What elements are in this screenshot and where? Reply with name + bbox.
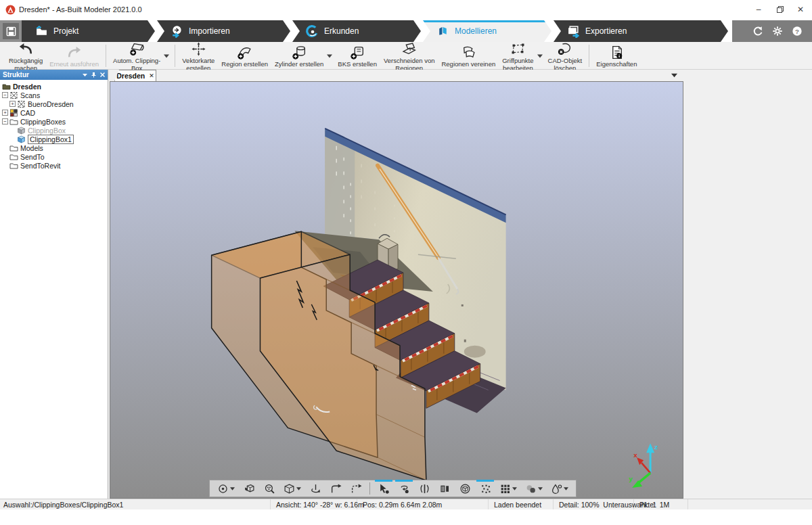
tree-item-clippingbox1[interactable]: ClippingBox1 — [0, 135, 108, 143]
caret-down-icon — [164, 54, 169, 58]
ribbon-tab-erkunden[interactable]: Erkunden — [292, 20, 421, 42]
properties-icon — [609, 45, 625, 60]
folder-icon — [9, 162, 18, 170]
ribbon-tab-projekt[interactable]: Projekt — [22, 20, 155, 42]
selection-status: Auswahl:/ClippingBoxes/ClippingBox1 — [0, 499, 271, 509]
auto-clipping-box-button[interactable]: Autom. Clipping- Box — [110, 40, 164, 72]
redo-icon — [66, 45, 82, 60]
asbuilt-logo-icon — [5, 5, 16, 15]
viewport-3d[interactable]: z x y — [110, 81, 683, 499]
create-ucs-button[interactable]: BKS erstellen — [334, 43, 380, 68]
camera-view-icon — [244, 483, 255, 495]
undo-button[interactable]: Rückgängig machen — [5, 40, 46, 72]
toolbar-separator — [175, 45, 175, 67]
delete-cad-button[interactable]: CAD-Objekt löschen — [545, 40, 586, 72]
redo-button[interactable]: Erneut ausführen — [46, 43, 102, 68]
sync-button[interactable] — [752, 26, 763, 37]
tree-expander[interactable]: − — [2, 118, 8, 124]
pan-button[interactable] — [325, 480, 346, 497]
maximize-button[interactable] — [769, 0, 792, 19]
axis-z-label: z — [654, 443, 658, 451]
ribbon-tab-importieren[interactable]: Importieren — [157, 20, 290, 42]
pan-step-button[interactable] — [346, 480, 366, 497]
save-button[interactable] — [3, 23, 19, 39]
panel-pin-button[interactable] — [88, 72, 97, 78]
tree-item-label: ClippingBoxes — [20, 118, 66, 126]
quick-access-zone — [0, 20, 22, 42]
caret-down-icon — [327, 54, 332, 58]
create-cylinder-button[interactable]: Zylinder erstellen — [271, 43, 327, 68]
orbit-select-button[interactable] — [394, 480, 414, 497]
properties-button[interactable]: Eigenschaften — [593, 43, 640, 68]
tree-expander[interactable]: + — [2, 110, 8, 116]
auto-clipping-box-button-dropdown[interactable] — [164, 54, 171, 58]
help-icon: ? — [792, 26, 803, 37]
tab-overflow-chevron-down-icon[interactable] — [671, 73, 677, 78]
edit-grips-button[interactable]: Griffpunkte bearbeiten — [499, 40, 537, 72]
create-region-button[interactable]: Region erstellen — [218, 43, 271, 68]
clip-plane-button[interactable] — [414, 480, 434, 497]
export-icon — [567, 25, 580, 38]
close-button[interactable]: ✕ — [789, 0, 812, 19]
select-points-button[interactable] — [374, 480, 394, 497]
camera-view-button[interactable] — [239, 480, 259, 497]
toolbar-button-label: Zylinder erstellen — [275, 61, 323, 68]
grid-display-icon — [499, 483, 511, 495]
toolbar-button-label: Regionen vereinen — [441, 61, 495, 68]
structure-tree: Dresden−Scans+BueroDresden+CAD−ClippingB… — [0, 80, 108, 170]
document-tab-dresden[interactable]: Dresden ✕ — [114, 70, 156, 81]
shading-button[interactable] — [547, 480, 572, 497]
viewport-3d-scene[interactable]: z x y — [110, 82, 683, 498]
scan-icon — [9, 91, 18, 99]
tree-item-buerodresden[interactable]: +BueroDresden — [0, 99, 108, 108]
slice-button[interactable] — [434, 480, 455, 497]
scan-icon — [17, 100, 26, 108]
settings-icon — [772, 26, 783, 37]
detail-status: Detail: 100% Unterauswahl: 1 — [554, 499, 634, 509]
tree-item-sendtorevit[interactable]: SendToRevit — [0, 161, 108, 170]
tree-item-clippingbox[interactable]: ClippingBox — [0, 126, 108, 135]
delete-cad-icon — [557, 41, 572, 57]
point-density-button[interactable] — [475, 480, 495, 497]
minimize-button[interactable]: – — [747, 0, 770, 19]
point-density-icon — [480, 483, 491, 495]
panel-close-button[interactable] — [97, 72, 106, 78]
ribbon-tab-exportieren[interactable]: Exportieren — [554, 20, 728, 42]
color-mode-button[interactable] — [521, 480, 547, 497]
ribbon-tab-label: Projekt — [53, 26, 78, 36]
tree-item-cad[interactable]: +CAD — [0, 108, 108, 117]
settings-button[interactable] — [772, 26, 783, 37]
tree-expander[interactable]: + — [9, 101, 16, 107]
tree-expander[interactable]: − — [2, 92, 8, 98]
edit-grips-button-dropdown[interactable] — [537, 54, 545, 58]
merge-regions-icon — [461, 45, 476, 60]
tree-item-models[interactable]: Models — [0, 143, 108, 152]
tree-item-sendto[interactable]: SendTo — [0, 152, 108, 161]
select-points-icon — [378, 483, 390, 495]
grid-display-button[interactable] — [495, 480, 521, 497]
tree-item-dresden[interactable]: Dresden — [0, 82, 108, 91]
intersect-regions-button[interactable]: Verschneiden von Regionen — [380, 40, 438, 72]
tree-item-label: ClippingBox1 — [28, 135, 74, 144]
vector-map-button[interactable]: Vektorkarte erstellen — [179, 40, 218, 72]
panel-chevron-down-button[interactable] — [79, 72, 88, 78]
rotate-view-button[interactable] — [305, 480, 325, 497]
orbit-select-icon — [399, 483, 410, 495]
document-tab-strip: Dresden ✕ — [108, 70, 812, 81]
tree-item-scans[interactable]: −Scans — [0, 91, 108, 99]
merge-regions-button[interactable]: Regionen vereinen — [438, 43, 499, 68]
vector-map-icon — [191, 41, 206, 57]
zoom-points-button[interactable] — [259, 480, 279, 497]
axis-y-label: y — [629, 475, 633, 482]
view-cube-button[interactable] — [279, 480, 305, 497]
tab-close-icon[interactable]: ✕ — [149, 72, 154, 79]
cube-sphere-button[interactable] — [455, 480, 475, 497]
caret-down-icon — [230, 487, 235, 490]
ribbon-tabs: ProjektImportierenErkundenModellierenExp… — [22, 20, 728, 42]
help-button[interactable]: ? — [792, 26, 803, 37]
create-cylinder-button-dropdown[interactable] — [327, 54, 334, 58]
ribbon-tab-modellieren[interactable]: Modellieren — [423, 20, 551, 42]
tree-item-label: SendTo — [20, 153, 45, 161]
tree-item-clippingboxes[interactable]: −ClippingBoxes — [0, 117, 108, 126]
orbit-button[interactable] — [213, 480, 239, 497]
